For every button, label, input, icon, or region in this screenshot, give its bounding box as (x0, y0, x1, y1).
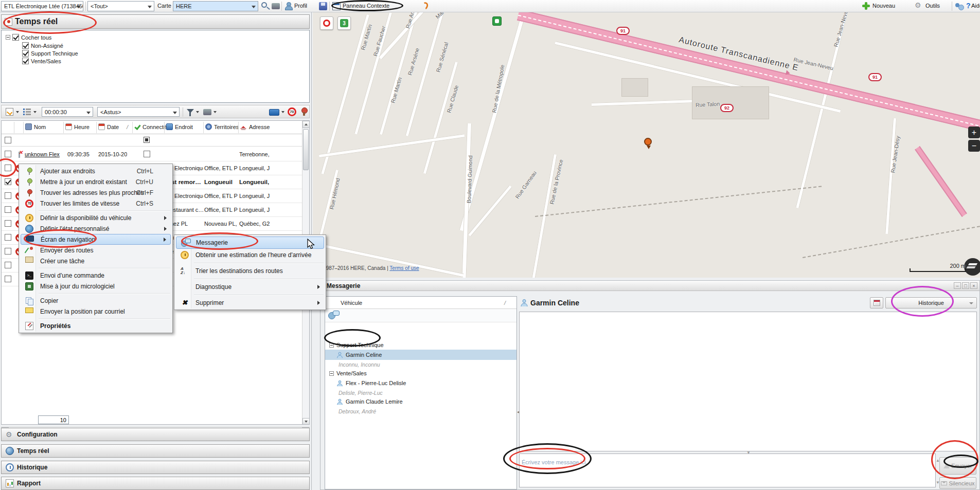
map-canvas[interactable]: Rue Martin Rue Faucher Rue Arsène Rue Sé… (313, 12, 980, 278)
close-button[interactable]: × (970, 282, 977, 289)
search-icon[interactable] (261, 2, 267, 8)
chevron-down-icon[interactable] (281, 111, 284, 113)
nouveau-button[interactable]: Nouveau (872, 3, 895, 9)
chevron-down-icon[interactable] (173, 112, 177, 114)
chevron-down-icon[interactable] (148, 6, 152, 8)
minimize-button[interactable]: – (954, 282, 961, 289)
menu-item-mise-a-jour-micrologiciel[interactable]: Mise à jour du micrologiciel (21, 281, 171, 292)
context-panel-button[interactable]: Panneau Contexte (343, 3, 389, 9)
realtime-panel-header[interactable]: Temps réel (1, 14, 310, 29)
column-header-nom[interactable]: Nom (34, 124, 46, 130)
row-checkbox[interactable] (5, 234, 11, 241)
column-header-date[interactable]: Date (107, 124, 119, 130)
menu-item-disponibilite[interactable]: Définir la disponibilité du véhicule (21, 212, 171, 223)
menu-item-limites-vitesse[interactable]: 70Trouver les limites de vitesseCtrl+S (21, 198, 171, 209)
group-row-vente-sales[interactable]: Vente/Sales (325, 369, 516, 377)
message-input-box[interactable] (519, 453, 936, 487)
chevron-down-icon[interactable] (16, 111, 19, 113)
speed-limit-icon[interactable]: 70 (288, 107, 296, 116)
chat-icon[interactable] (328, 311, 338, 321)
row-checkbox[interactable] (5, 262, 11, 268)
scrollbar-thumb[interactable] (303, 129, 309, 170)
menu-item-envoi-commande[interactable]: >_Envoi d'une commande (21, 270, 171, 281)
tree-item-vente-sales[interactable]: Vente/Sales (22, 57, 61, 65)
restore-button[interactable]: □ (962, 282, 969, 289)
menu-item-ecran-navigation[interactable]: Écran de navigation (21, 234, 171, 245)
gear-icon[interactable]: ⚙ (915, 1, 923, 9)
collapse-icon[interactable] (329, 371, 334, 376)
accordion-rapport[interactable]: Rapport (1, 477, 310, 490)
map-layers-button[interactable] (964, 258, 980, 276)
select-all-checkbox[interactable] (5, 137, 11, 143)
sort-asc-icon[interactable]: / (127, 124, 128, 130)
ch evron-down-icon[interactable] (86, 112, 91, 114)
route-edit-icon[interactable] (6, 108, 13, 116)
users-icon[interactable] (955, 2, 964, 10)
message-history-area[interactable] (519, 312, 977, 451)
mute-button[interactable]: Silencieux (939, 477, 976, 489)
menu-item-trouver-adresses[interactable]: Trouver les adresses les plus prochesCtr… (21, 187, 171, 198)
column-header-endroit[interactable]: Endroit (175, 124, 193, 130)
checkbox[interactable] (22, 42, 29, 49)
vehicle-marker-pin[interactable] (644, 138, 652, 146)
historique-button[interactable]: Historique (885, 297, 977, 308)
submenu-item-messagerie[interactable]: Messagerie (176, 237, 324, 249)
checkbox[interactable] (12, 34, 19, 41)
print-icon[interactable] (272, 3, 280, 9)
page-size-input[interactable] (38, 415, 69, 424)
chevron-down-icon[interactable] (33, 111, 37, 113)
vehicle-color-box[interactable] (269, 109, 279, 116)
aide-button[interactable]: Aide (971, 3, 980, 9)
chevron-down-icon[interactable] (77, 6, 81, 8)
menu-item-etat-personnalise[interactable]: Définir l'état personnalisé (21, 223, 171, 234)
submenu-item-diagnostique[interactable]: Diagnostique (176, 281, 324, 293)
map-provider-combobox[interactable]: HERE (173, 1, 258, 11)
submenu-item-trier-destinations[interactable]: AZ↓Trier les destinations des routes (176, 265, 324, 277)
send-button[interactable]: Envoyer (939, 457, 976, 475)
map-tracking-button[interactable] (320, 16, 333, 30)
row-checkbox[interactable] (5, 151, 11, 157)
column-header-heure[interactable]: Heure (74, 124, 90, 130)
refresh-interval-combobox[interactable]: 00:00:30 (42, 107, 93, 117)
menu-item-mettre-a-jour-endroit[interactable]: Mettre à jour un endroit existantCtrl+U (21, 176, 171, 187)
vehicle-row[interactable]: Flex - Pierre-Luc Delisle (325, 378, 516, 388)
vehicle-column-header[interactable]: Véhicule (341, 300, 362, 306)
chevron-down-icon[interactable] (969, 302, 973, 304)
column-header-connecte[interactable]: Connecté (142, 124, 167, 130)
tree-item-support-technique[interactable]: Support Technique (22, 49, 78, 57)
driver-pin-icon[interactable] (301, 107, 307, 116)
context-panel-icon[interactable] (332, 2, 341, 10)
connected-filter-box[interactable] (144, 137, 150, 143)
column-header-territoires[interactable]: Territoires (214, 124, 239, 130)
filter-icon[interactable] (187, 109, 194, 113)
vehicle-row[interactable]: Garmin Claude Lemire (325, 396, 516, 407)
row-checkbox[interactable] (5, 165, 11, 171)
map-messages-button[interactable]: 3 (337, 16, 351, 30)
vehicle-link[interactable]: unknown Flex (25, 151, 66, 157)
row-checkbox[interactable] (5, 276, 11, 282)
tree-item-non-assigne[interactable]: Non-Assigné (22, 42, 63, 49)
sort-asc-icon[interactable]: / (504, 300, 506, 306)
connected-checkbox[interactable] (144, 151, 150, 157)
chevron-down-icon[interactable] (196, 111, 199, 113)
print-icon[interactable] (203, 109, 211, 115)
profile-combobox[interactable]: <Astus> (97, 107, 180, 117)
account-combobox[interactable]: ETL Électronique Ltée (713845012 (1, 1, 83, 11)
row-checkbox[interactable] (5, 178, 11, 185)
row-checkbox[interactable] (5, 220, 11, 227)
collapse-icon[interactable] (329, 343, 334, 348)
submenu-item-supprimer[interactable]: ✖Supprimer (176, 297, 324, 309)
row-checkbox[interactable] (5, 192, 11, 199)
row-checkbox[interactable] (5, 206, 11, 213)
chevron-down-icon[interactable] (213, 111, 217, 113)
submenu-item-estimation-arrivee[interactable]: Obtenir une estimation de l'heure d'arri… (176, 249, 324, 261)
group-row-support-technique[interactable]: Support Technique (325, 341, 516, 349)
menu-item-ajouter-aux-endroits[interactable]: Ajouter aux endroitsCtrl+L (21, 166, 171, 176)
refresh-icon[interactable] (421, 1, 429, 10)
table-row[interactable]: unknown Flex 09:30:35 2015-10-20 Terrebo… (2, 148, 303, 161)
zoom-out-button[interactable]: − (968, 140, 980, 152)
checkbox[interactable] (22, 58, 29, 64)
menu-item-envoyer-routes[interactable]: Envoyer des routes (21, 245, 171, 256)
collapse-icon[interactable] (6, 35, 10, 40)
menu-item-envoyer-position-courriel[interactable]: Envoyer la position par courriel (21, 306, 171, 317)
